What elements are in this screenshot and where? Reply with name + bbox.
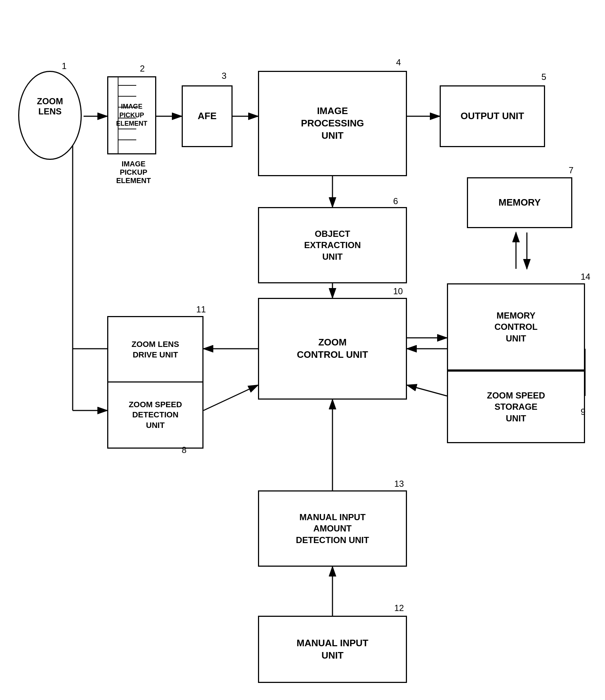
output-unit-ref: 5 — [541, 72, 546, 82]
object-extraction-ref: 6 — [393, 196, 398, 206]
zoom-lens-drive-ref: 11 — [196, 304, 206, 315]
zoom-speed-storage-ref: 9 — [581, 407, 585, 417]
image-processing-label: IMAGEPROCESSINGUNIT — [301, 105, 364, 142]
image-pickup-ref: 2 — [140, 64, 145, 74]
zoom-control-unit-box: ZOOMCONTROL UNIT — [258, 298, 407, 400]
zoom-lens-drive-box: ZOOM LENSDRIVE UNIT — [107, 316, 203, 383]
manual-input-unit-box: MANUAL INPUTUNIT — [258, 616, 407, 683]
zoom-speed-detection-label: ZOOM SPEEDDETECTIONUNIT — [129, 400, 182, 431]
memory-control-unit-box: MEMORYCONTROLUNIT — [447, 283, 585, 371]
image-processing-unit-box: IMAGEPROCESSINGUNIT — [258, 71, 407, 176]
image-pickup-comb — [107, 76, 156, 154]
zoom-lens-ref: 1 — [62, 61, 66, 71]
memory-box: MEMORY — [467, 177, 572, 228]
zoom-speed-detection-ref: 8 — [182, 445, 186, 455]
manual-input-amount-ref: 13 — [394, 479, 404, 489]
output-unit-box: OUTPUT UNIT — [440, 85, 545, 147]
memory-ref: 7 — [569, 165, 573, 175]
zoom-speed-storage-label: ZOOM SPEEDSTORAGEUNIT — [487, 390, 545, 424]
diagram: ZOOMLENS 1 IMAGEPICKUPELEMENT IMAGEPICKU… — [0, 0, 605, 700]
afe-ref: 3 — [222, 71, 226, 81]
image-processing-ref: 4 — [396, 57, 401, 68]
memory-control-label: MEMORYCONTROLUNIT — [495, 310, 538, 344]
zoom-speed-detection-box: ZOOM SPEEDDETECTIONUNIT — [107, 381, 203, 449]
svg-line-20 — [407, 385, 447, 396]
image-pickup-label: IMAGEPICKUPELEMENT — [102, 160, 165, 185]
object-extraction-box: OBJECTEXTRACTIONUNIT — [258, 207, 407, 283]
zoom-lens-drive-label: ZOOM LENSDRIVE UNIT — [132, 339, 179, 360]
memory-control-ref: 14 — [581, 272, 590, 282]
afe-box: AFE — [182, 85, 233, 147]
object-extraction-label: OBJECTEXTRACTIONUNIT — [304, 228, 361, 262]
manual-input-amount-label: MANUAL INPUTAMOUNTDETECTION UNIT — [296, 511, 369, 546]
manual-input-label: MANUAL INPUTUNIT — [297, 637, 368, 662]
zoom-speed-storage-box: ZOOM SPEEDSTORAGEUNIT — [447, 371, 585, 443]
zoom-control-ref: 10 — [393, 286, 403, 296]
zoom-control-label: ZOOMCONTROL UNIT — [297, 336, 368, 361]
manual-input-ref: 12 — [394, 603, 404, 613]
zoom-lens-label: ZOOMLENS — [22, 96, 78, 117]
svg-line-9 — [203, 385, 258, 410]
manual-input-amount-box: MANUAL INPUTAMOUNTDETECTION UNIT — [258, 490, 407, 567]
